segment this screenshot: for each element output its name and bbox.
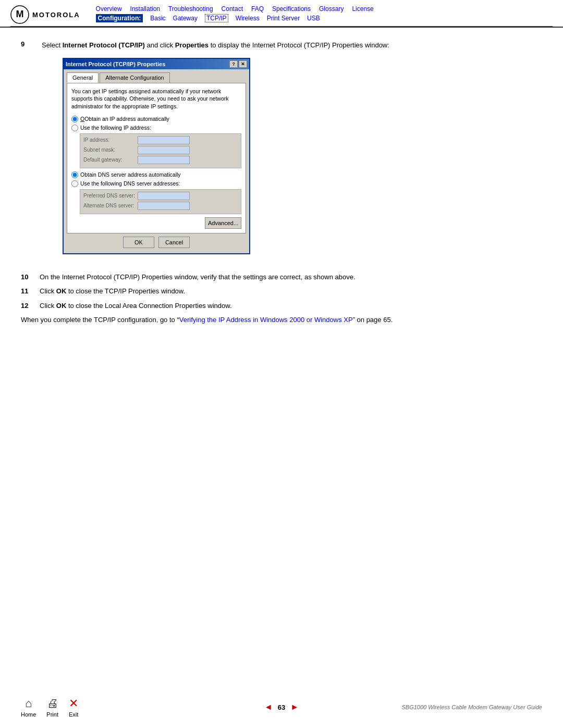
advanced-button[interactable]: Advanced... bbox=[205, 217, 241, 229]
exit-label: Exit bbox=[69, 711, 78, 718]
step-12-number: 12 bbox=[21, 301, 40, 311]
ok-button[interactable]: OK bbox=[123, 237, 154, 248]
radio-manual-ip[interactable] bbox=[71, 125, 78, 131]
motorola-logo: M MOTOROLA bbox=[10, 5, 80, 24]
step-9-bold1: Internet Protocol (TCP/IP) bbox=[63, 41, 145, 49]
nav-troubleshooting[interactable]: Troubleshooting bbox=[168, 5, 213, 13]
config-basic[interactable]: Basic bbox=[150, 15, 165, 22]
nav-license[interactable]: License bbox=[352, 5, 373, 13]
step-9-text-after: to display the Internet Protocol (TCP/IP… bbox=[209, 41, 389, 49]
subnet-field-row: Subnet mask: bbox=[83, 146, 238, 154]
exit-icon: ✕ bbox=[69, 697, 78, 710]
dialog-description: You can get IP settings assigned automat… bbox=[71, 88, 241, 110]
step-12-bold: OK bbox=[56, 302, 67, 310]
subnet-label: Subnet mask: bbox=[83, 147, 136, 153]
nav-installation[interactable]: Installation bbox=[130, 5, 160, 13]
dialog-container: Internet Protocol (TCP/IP) Properties ? … bbox=[63, 58, 542, 254]
dialog-title: Internet Protocol (TCP/IP) Properties bbox=[66, 61, 165, 67]
step-10: 10 On the Internet Protocol (TCP/IP) Pro… bbox=[21, 272, 542, 282]
preferred-dns-input[interactable] bbox=[138, 192, 190, 200]
guide-title: SBG1000 Wireless Cable Modem Gateway Use… bbox=[401, 704, 542, 710]
gateway-field-row: Default gateway: bbox=[83, 156, 238, 164]
dialog-body: General Alternate Configuration You can … bbox=[64, 69, 249, 253]
tab-alternate-config[interactable]: Alternate Configuration bbox=[100, 72, 170, 83]
footer-pagination: ◄ 63 ► bbox=[264, 702, 299, 712]
radio-auto-dns-label: Obtain DNS server address automatically bbox=[80, 171, 181, 178]
config-printserver[interactable]: Print Server bbox=[267, 15, 300, 22]
home-label: Home bbox=[21, 711, 36, 718]
config-gateway[interactable]: Gateway bbox=[173, 15, 198, 22]
step-11-before: Click bbox=[40, 287, 56, 295]
verify-link[interactable]: Verifying the IP Address in Windows 2000… bbox=[179, 316, 353, 324]
step-9-text: Select Internet Protocol (TCP/IP) and cl… bbox=[42, 40, 542, 51]
nav-faq[interactable]: FAQ bbox=[251, 5, 264, 13]
alternate-dns-label: Alternate DNS server: bbox=[83, 203, 136, 208]
print-button[interactable]: 🖨 Print bbox=[46, 697, 58, 718]
step-10-text: On the Internet Protocol (TCP/IP) Proper… bbox=[40, 272, 356, 282]
step-10-number: 10 bbox=[21, 272, 40, 282]
step-9-text-before: Select bbox=[42, 41, 63, 49]
main-content: 9 Select Internet Protocol (TCP/IP) and … bbox=[0, 28, 563, 354]
exit-button[interactable]: ✕ Exit bbox=[69, 697, 78, 718]
config-tcpip[interactable]: TCP/IP bbox=[205, 14, 228, 22]
prev-page-button[interactable]: ◄ bbox=[264, 702, 273, 712]
radio-manual-ip-label: Use the following IP address: bbox=[80, 125, 151, 131]
step-12-after: to close the Local Area Connection Prope… bbox=[66, 302, 231, 310]
dialog-close-button[interactable]: ✕ bbox=[239, 60, 247, 68]
footer-nav: ⌂ Home 🖨 Print ✕ Exit bbox=[21, 697, 78, 718]
radio-manual-ip-row: Use the following IP address: bbox=[71, 125, 241, 131]
gateway-input[interactable] bbox=[138, 156, 190, 164]
dialog-inner-panel: You can get IP settings assigned automat… bbox=[67, 83, 246, 233]
radio-manual-dns-row: Use the following DNS server addresses: bbox=[71, 180, 241, 187]
dialog-help-button[interactable]: ? bbox=[229, 60, 238, 68]
radio-auto-dns[interactable] bbox=[71, 171, 78, 178]
next-page-button[interactable]: ► bbox=[290, 702, 299, 712]
nav-glossary[interactable]: Glossary bbox=[319, 5, 344, 13]
page-number: 63 bbox=[278, 704, 285, 711]
config-label: Configuration: bbox=[96, 14, 143, 22]
step-11-bold: OK bbox=[56, 287, 67, 295]
dialog-tabs: General Alternate Configuration bbox=[67, 72, 246, 83]
gateway-label: Default gateway: bbox=[83, 157, 136, 163]
config-usb[interactable]: USB bbox=[307, 15, 320, 22]
step-9-text-middle: and click bbox=[145, 41, 175, 49]
config-row: Configuration: Basic Gateway TCP/IP Wire… bbox=[96, 14, 553, 22]
radio-auto-ip-row: OObtain an IP address automatically bbox=[71, 116, 241, 122]
radio-manual-dns-label: Use the following DNS server addresses: bbox=[80, 180, 180, 187]
verify-paragraph: When you complete the TCP/IP configurati… bbox=[21, 315, 542, 326]
home-button[interactable]: ⌂ Home bbox=[21, 697, 36, 718]
ip-label: IP address: bbox=[83, 137, 136, 143]
home-icon: ⌂ bbox=[25, 697, 32, 710]
radio-manual-dns[interactable] bbox=[71, 180, 78, 187]
print-icon: 🖨 bbox=[47, 697, 58, 710]
preferred-dns-label: Preferred DNS server: bbox=[83, 193, 136, 199]
alternate-dns-input[interactable] bbox=[138, 202, 190, 210]
step-9: 9 Select Internet Protocol (TCP/IP) and … bbox=[21, 40, 542, 264]
alternate-dns-row: Alternate DNS server: bbox=[83, 202, 238, 210]
nav-overview[interactable]: Overview bbox=[96, 5, 122, 13]
tcpip-dialog: Internet Protocol (TCP/IP) Properties ? … bbox=[63, 58, 250, 254]
motorola-icon: M bbox=[10, 5, 29, 24]
config-wireless[interactable]: Wireless bbox=[236, 15, 260, 22]
step-12-text: Click OK to close the Local Area Connect… bbox=[40, 301, 232, 311]
motorola-text: MOTOROLA bbox=[32, 11, 80, 19]
titlebar-buttons: ? ✕ bbox=[229, 60, 247, 68]
step-12: 12 Click OK to close the Local Area Conn… bbox=[21, 301, 542, 311]
page-header: M MOTOROLA Overview Installation Trouble… bbox=[0, 0, 563, 28]
cancel-button[interactable]: Cancel bbox=[158, 237, 190, 248]
subnet-input[interactable] bbox=[138, 146, 190, 154]
svg-text:M: M bbox=[16, 9, 24, 19]
dns-fields-section: Preferred DNS server: Alternate DNS serv… bbox=[80, 189, 241, 214]
nav-specifications[interactable]: Specifications bbox=[272, 5, 311, 13]
print-label: Print bbox=[46, 711, 58, 718]
step-9-bold2: Properties bbox=[175, 41, 209, 49]
nav-links: Overview Installation Troubleshooting Co… bbox=[96, 5, 553, 24]
tab-general[interactable]: General bbox=[67, 72, 99, 83]
step-9-content: Select Internet Protocol (TCP/IP) and cl… bbox=[42, 40, 542, 264]
step-11-after: to close the TCP/IP Properties window. bbox=[66, 287, 185, 295]
ip-input[interactable] bbox=[138, 136, 190, 144]
preferred-dns-row: Preferred DNS server: bbox=[83, 192, 238, 200]
ip-field-row: IP address: bbox=[83, 136, 238, 144]
radio-auto-ip[interactable] bbox=[71, 116, 78, 122]
nav-contact[interactable]: Contact bbox=[222, 5, 243, 13]
